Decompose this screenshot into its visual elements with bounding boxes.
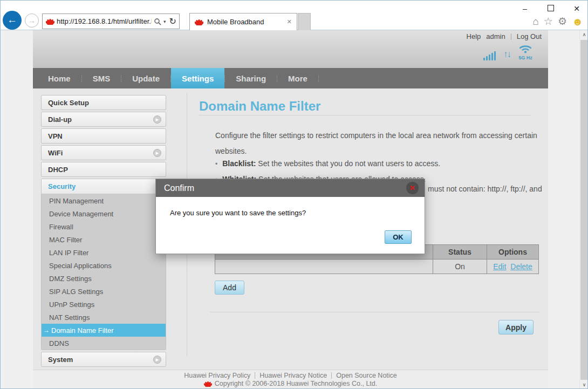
footer-copyright: Copyright © 2006-2018 Huawei Technologie… (33, 380, 548, 387)
back-button[interactable]: ← (3, 11, 22, 30)
new-tab-button[interactable] (298, 13, 311, 30)
sidebar-item-security[interactable]: Security (42, 179, 166, 194)
sidebar-item-sip-alg-settings[interactable]: SIP ALG Settings (42, 285, 166, 298)
nav-item-more[interactable]: More (277, 68, 318, 88)
divider (318, 75, 319, 82)
browser-toolbar-icons: ⌂ ☆ ⚙ ☻ (532, 16, 583, 27)
sidebar-item-mac-filter[interactable]: MAC Filter (42, 233, 166, 246)
search-icon[interactable] (154, 18, 161, 25)
browser-tab[interactable]: Mobile Broadband ✕ (189, 13, 297, 30)
browser-window: ← → http://192.168.8.1/html/urlfilter.ht… (0, 0, 588, 389)
privacy-policy-link[interactable]: Huawei Privacy Policy (184, 372, 250, 379)
cell-status: On (433, 260, 487, 274)
sidebar-item-domain-name-filter[interactable]: →Domain Name Filter (42, 324, 166, 337)
nav-item-sms[interactable]: SMS (82, 68, 121, 88)
signal-strength-icon (483, 50, 496, 60)
username-link[interactable]: admin (486, 32, 505, 40)
site-header: Help admin Log Out ↑↓ 5G Hz (33, 30, 548, 68)
wifi-icon (518, 44, 533, 53)
selected-arrow-icon: → (43, 326, 50, 334)
tab-close-icon[interactable]: ✕ (287, 18, 292, 25)
column-header-options: Options (487, 245, 539, 260)
minimize-icon[interactable]: – (521, 4, 529, 13)
sidebar-item-dial-up[interactable]: Dial-up▶ (41, 112, 166, 127)
bullet-blacklist: •Blacklist: Set the websites that you do… (215, 156, 539, 172)
sidebar-item-wifi[interactable]: WiFi▶ (41, 145, 166, 160)
sidebar-item-system[interactable]: System▶ (41, 352, 166, 367)
ok-button[interactable]: OK (385, 230, 412, 244)
scroll-up-icon[interactable]: ∧ (580, 30, 588, 39)
edit-link[interactable]: Edit (493, 262, 506, 271)
url-text[interactable]: http://192.168.8.1/html/urlfilter.html (57, 17, 152, 25)
logout-link[interactable]: Log Out (517, 32, 542, 40)
sidebar: Quick Setup Dial-up▶ VPN WiFi▶ DHCP Secu… (41, 95, 166, 368)
browser-chrome: ← → http://192.168.8.1/html/urlfilter.ht… (1, 1, 587, 30)
wifi-band-label: 5G Hz (518, 55, 533, 60)
main-nav: Home SMS Update Settings Sharing More (33, 68, 548, 88)
dialog-close-icon[interactable]: ✕ (406, 182, 419, 194)
privacy-notice-link[interactable]: Huawei Privacy Notice (259, 372, 327, 379)
chevron-right-icon: ▶ (153, 115, 161, 124)
nav-item-settings[interactable]: Settings (171, 68, 224, 88)
huawei-favicon (46, 18, 54, 25)
confirm-dialog: Confirm ✕ Are you sure you want to save … (155, 179, 425, 254)
huawei-favicon (195, 18, 203, 25)
sidebar-group-security: Security PIN Management Device Managemen… (41, 179, 166, 350)
forward-button[interactable]: → (25, 13, 39, 28)
sidebar-item-upnp-settings[interactable]: UPnP Settings (42, 298, 166, 311)
sidebar-item-pin-management[interactable]: PIN Management (42, 194, 166, 207)
favorites-star-icon[interactable]: ☆ (544, 16, 553, 27)
cell-options: EditDelete (487, 260, 539, 274)
nav-item-home[interactable]: Home (37, 68, 81, 88)
footer-links: Huawei Privacy Policy Huawei Privacy Not… (33, 372, 548, 379)
sidebar-item-device-management[interactable]: Device Management (42, 207, 166, 220)
chevron-right-icon: ▶ (153, 149, 161, 157)
refresh-icon[interactable]: ↻ (169, 16, 176, 26)
sidebar-item-ddns[interactable]: DDNS (42, 337, 166, 350)
nav-item-sharing[interactable]: Sharing (225, 68, 277, 88)
chevron-right-icon: ▶ (153, 356, 161, 364)
cell-domain (215, 260, 433, 274)
apply-button[interactable]: Apply (498, 320, 534, 335)
divider (511, 33, 511, 40)
address-bar[interactable]: http://192.168.8.1/html/urlfilter.html ▾… (42, 13, 180, 29)
home-icon[interactable]: ⌂ (532, 16, 538, 27)
open-source-notice-link[interactable]: Open Source Notice (336, 372, 397, 379)
wifi-status: 5G Hz (518, 44, 533, 60)
chevron-down-icon[interactable]: ▾ (163, 19, 166, 24)
dialog-titlebar: Confirm (156, 179, 425, 197)
huawei-logo (204, 380, 212, 387)
column-header-status: Status (433, 245, 487, 260)
traffic-arrows-icon: ↑↓ (503, 49, 510, 60)
delete-link[interactable]: Delete (510, 262, 532, 271)
sidebar-item-nat-settings[interactable]: NAT Settings (42, 311, 166, 324)
sidebar-item-quick-setup[interactable]: Quick Setup (41, 95, 166, 110)
window-controls: – ✕ (521, 3, 581, 15)
dialog-message: Are you sure you want to save the settin… (170, 209, 306, 217)
page-title: Domain Name Filter (199, 99, 320, 114)
divider (210, 312, 539, 312)
help-link[interactable]: Help (467, 32, 481, 40)
sidebar-item-vpn[interactable]: VPN (41, 128, 166, 144)
add-button[interactable]: Add (215, 281, 244, 295)
footer: Huawei Privacy Policy Huawei Privacy Not… (33, 370, 548, 389)
close-icon[interactable]: ✕ (572, 4, 581, 13)
sidebar-item-dhcp[interactable]: DHCP (41, 162, 166, 177)
sidebar-item-lan-ip-filter[interactable]: LAN IP Filter (42, 246, 166, 259)
sidebar-item-firewall[interactable]: Firewall (42, 220, 166, 233)
dialog-title: Confirm (164, 183, 194, 193)
table-row: On EditDelete (215, 260, 539, 274)
vertical-scrollbar[interactable]: ∧ ∨ (579, 30, 588, 389)
note-text-fragment: must not contain: http://, ftp://, and (428, 185, 542, 193)
maximize-icon[interactable] (548, 5, 554, 11)
feedback-smiley-icon[interactable]: ☻ (572, 16, 583, 27)
scrollbar-thumb[interactable] (580, 40, 588, 380)
sidebar-item-dmz-settings[interactable]: DMZ Settings (42, 272, 166, 285)
divider (199, 115, 531, 115)
gear-icon[interactable]: ⚙ (558, 16, 567, 27)
scroll-down-icon[interactable]: ∨ (580, 380, 588, 389)
divider (331, 372, 332, 379)
nav-item-update[interactable]: Update (121, 68, 170, 88)
divider (255, 372, 255, 379)
sidebar-item-special-applications[interactable]: Special Applications (42, 259, 166, 272)
